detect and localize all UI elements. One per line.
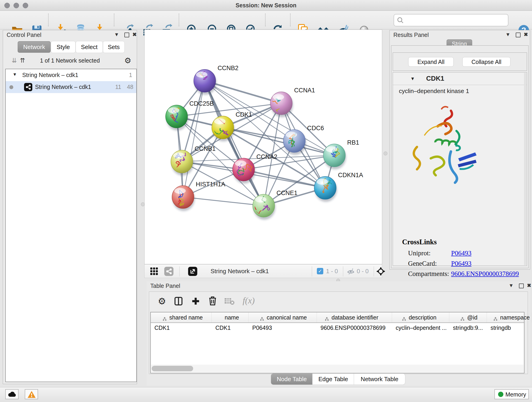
tab-style[interactable]: Style (51, 41, 75, 53)
cdk1-section: ▼ CDK1 cyclin–dependent kinase 1 (393, 72, 527, 266)
node-label-CCNE1: CCNE1 (277, 190, 298, 196)
cloud-button[interactable] (5, 389, 19, 399)
protein-structure-image (403, 101, 481, 186)
node-RB1[interactable]: RB1 (323, 139, 359, 169)
close-panel-icon[interactable]: ✖ (524, 32, 528, 38)
network-row-selected[interactable]: String Network – cdk1 11 48 (6, 81, 136, 93)
collapse-all-button[interactable]: Collapse All (462, 57, 510, 66)
expand-all-button[interactable]: Expand All (409, 57, 453, 66)
table-row[interactable]: CDK1CDK1P064939606.ENSP00000378699cyclin… (151, 323, 524, 333)
node-label-CDKN1A: CDKN1A (338, 172, 363, 179)
memory-label: Memory (505, 391, 526, 398)
network-collection-row[interactable]: ▼ String Network – cdk1 1 (6, 69, 136, 81)
crosslink-value[interactable]: P06493 (451, 249, 472, 257)
node-CDC25B[interactable]: CDC25B (166, 100, 214, 130)
column-header-canonical-name[interactable]: canonical name (249, 313, 317, 322)
show-columns-icon[interactable] (174, 297, 183, 306)
table-cell[interactable]: stringdb:9... (453, 325, 485, 331)
warning-icon (27, 390, 36, 398)
tab-node-table[interactable]: Node Table (271, 374, 312, 385)
edge-HIST1H1A-CCNE1[interactable] (183, 197, 264, 206)
node-count: 11 (115, 84, 121, 90)
table-header-row: shared namenamecanonical namedatabase id… (151, 313, 524, 323)
tab-network-table[interactable]: Network Table (354, 374, 405, 385)
warning-button[interactable] (25, 389, 38, 399)
close-panel-icon[interactable]: ✖ (133, 32, 137, 38)
table-cell[interactable]: stringdb (491, 325, 530, 331)
float-panel-icon[interactable] (516, 32, 520, 37)
delete-column-icon[interactable] (208, 296, 217, 306)
node-label-HIST1H1A: HIST1H1A (196, 181, 225, 188)
edge-count: 48 (127, 84, 133, 90)
panel-menu-icon[interactable]: ▼ (505, 32, 510, 38)
results-panel-title: Results Panel (393, 32, 429, 38)
search-input[interactable] (406, 15, 505, 25)
column-type-icon (461, 317, 464, 321)
column-header-namespace[interactable]: namespace (487, 313, 532, 322)
table-options-gear-icon[interactable]: ⚙ (158, 296, 166, 306)
node-CCNB2[interactable]: CCNB2 (194, 65, 239, 95)
memory-button[interactable]: Memory (494, 389, 529, 399)
close-panel-icon[interactable]: ✖ (527, 283, 531, 288)
toolbar-separator (290, 13, 291, 26)
crosslink-row: Compartments: 9606.ENSP00000378699 (393, 269, 527, 279)
table-panel: Table Panel ▼ ✖ ⚙ f(x) shared namenameca… (147, 281, 530, 385)
tab-edge-table[interactable]: Edge Table (312, 374, 354, 385)
table-tabs: Node TableEdge TableNetwork Table (147, 374, 530, 385)
cytoscape-window: Session: New Session (0, 0, 532, 402)
create-column-icon[interactable] (191, 297, 200, 306)
network-options-gear-icon[interactable]: ⚙ (124, 56, 131, 65)
edge-CCNA2-CDKN1A[interactable] (244, 170, 325, 188)
birdseye-crosshair-icon[interactable] (376, 267, 385, 277)
table-cell[interactable]: P06493 (252, 325, 315, 331)
selected-checkbox-icon[interactable]: ✓ (317, 268, 323, 274)
scrollbar-thumb[interactable] (152, 366, 193, 371)
title-bar: Session: New Session (0, 0, 532, 11)
panel-menu-icon[interactable]: ▼ (509, 283, 514, 288)
crosslink-value[interactable]: 9606.ENSP00000378699 (451, 270, 519, 278)
search-field (394, 14, 508, 26)
crosslink-value[interactable]: P06493 (451, 260, 472, 267)
toolbar-separator (265, 13, 266, 26)
toolbar-separator (179, 13, 179, 26)
table-cell[interactable]: CDK1 (215, 325, 247, 331)
node-CDKN1A[interactable]: CDKN1A (314, 172, 363, 202)
float-panel-icon[interactable] (124, 32, 129, 37)
table-cell[interactable]: 9606.ENSP00000378699 (321, 325, 390, 331)
status-bar: Memory (0, 387, 532, 402)
edge-CCNB2-HIST1H1A[interactable] (183, 81, 205, 197)
selection-status: 1 of 1 Network selected (5, 57, 134, 64)
section-caret-icon[interactable]: ▼ (410, 76, 415, 81)
edge-CDK1-RB1[interactable] (223, 128, 334, 155)
collection-caret-icon[interactable]: ▼ (13, 72, 17, 77)
results-scrollbar[interactable] (524, 73, 526, 265)
table-cell[interactable]: CDK1 (154, 325, 210, 331)
right-splitter-handle[interactable] (384, 152, 387, 155)
selected-counts: 1 - 0 (326, 268, 338, 275)
network-canvas[interactable]: CCNB2CCNA1CDC25BCDK1CDC6RB1CCNB1CCNA2CDK… (144, 30, 382, 264)
node-label-CCNA1: CCNA1 (294, 87, 315, 94)
column-type-icon (402, 317, 406, 321)
network-view-share-icon[interactable] (164, 267, 173, 277)
control-panel: Control Panel ▼ ✖ NetworkStyleSelectSets… (3, 30, 137, 384)
left-splitter-handle[interactable] (141, 202, 145, 206)
tab-sets[interactable]: Sets (103, 41, 124, 53)
panel-menu-icon[interactable]: ▼ (114, 32, 119, 38)
column-header--id[interactable]: @id (449, 313, 487, 322)
node-CCNA1[interactable]: CCNA1 (270, 87, 315, 117)
node-HIST1H1A[interactable]: HIST1H1A (172, 181, 225, 211)
float-panel-icon[interactable] (519, 283, 524, 288)
crosslink-label: Uniprot: (408, 249, 431, 257)
grid-view-icon[interactable] (150, 267, 158, 277)
column-header-shared-name[interactable]: shared name (151, 313, 212, 322)
detach-view-icon[interactable] (188, 267, 197, 277)
tab-network[interactable]: Network (18, 41, 51, 53)
expand-collapse-box: Expand All Collapse All (393, 52, 527, 71)
table-cell[interactable]: cyclin–dependent ... (396, 325, 447, 331)
column-type-icon (494, 317, 497, 321)
tab-select[interactable]: Select (76, 41, 103, 53)
hidden-counts: 0 - 0 (357, 268, 369, 275)
column-header-name[interactable]: name (212, 313, 249, 322)
column-header-database-identifier[interactable]: database identifier (317, 313, 392, 322)
column-header-description[interactable]: description (392, 313, 449, 322)
